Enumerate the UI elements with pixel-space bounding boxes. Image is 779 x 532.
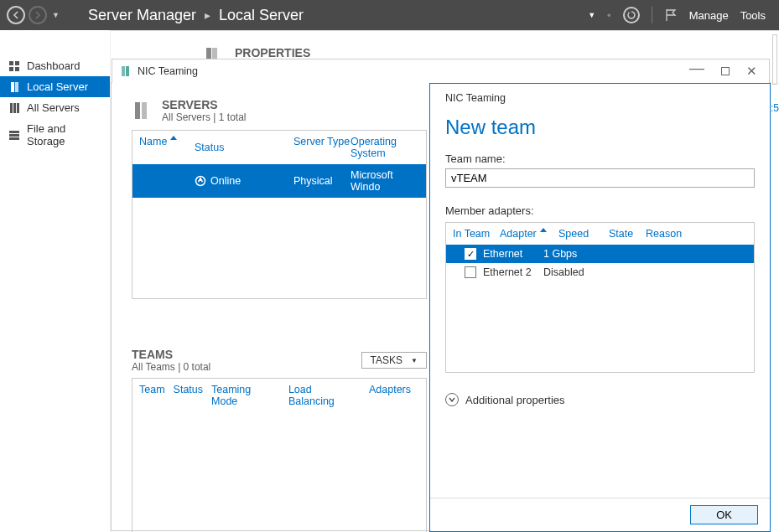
col-header-status[interactable]: Status: [195, 136, 293, 159]
crumb-app[interactable]: Server Manager: [88, 7, 196, 24]
close-button[interactable]: ✕: [746, 64, 757, 79]
child-window-title: NIC Teaming: [138, 65, 198, 77]
sidebar-item-label: Local Server: [27, 80, 88, 93]
child-window-titlebar[interactable]: NIC Teaming — ✕: [112, 59, 770, 83]
sidebar-item-file-storage[interactable]: File and Storage: [0, 118, 110, 152]
svg-rect-1: [15, 61, 19, 65]
dialog-title: New team: [430, 104, 770, 146]
storage-icon: [8, 129, 20, 141]
adapter-name-cell: Ethernet 2: [483, 266, 543, 278]
sidebar-item-dashboard[interactable]: Dashboard: [0, 55, 110, 76]
svg-rect-15: [126, 66, 129, 76]
svg-rect-10: [9, 134, 19, 137]
svg-rect-17: [142, 102, 147, 119]
server-icon: [8, 81, 20, 93]
servers-icon: [132, 101, 152, 121]
svg-rect-9: [9, 131, 19, 133]
servers-subtitle: All Servers | 1 total: [162, 111, 247, 123]
in-team-checkbox[interactable]: [465, 248, 476, 260]
nav-history-dropdown[interactable]: ▼: [52, 11, 60, 19]
servers-title: SERVERS: [162, 98, 247, 111]
col-header-status[interactable]: Status: [174, 384, 203, 407]
teams-grid: Team Status Teaming Mode Load Balancing …: [132, 378, 427, 532]
svg-rect-8: [17, 103, 19, 113]
ok-button[interactable]: OK: [690, 505, 758, 524]
dashboard-icon: [8, 60, 20, 72]
svg-rect-3: [15, 67, 19, 71]
refresh-button[interactable]: [623, 7, 640, 23]
svg-rect-5: [15, 82, 18, 92]
adapter-name-cell: Ethernet: [483, 248, 543, 260]
properties-title: PROPERTIES: [235, 46, 310, 59]
manage-menu[interactable]: Manage: [689, 9, 729, 22]
col-header-reason[interactable]: Reason: [646, 228, 747, 240]
svg-rect-0: [9, 61, 13, 65]
team-name-input[interactable]: [445, 168, 755, 188]
svg-rect-16: [135, 102, 140, 119]
server-status-cell: Online: [210, 175, 241, 187]
tasks-label: TASKS: [371, 354, 402, 366]
sidebar: Dashboard Local Server All Servers File …: [0, 30, 111, 532]
refresh-icon: [626, 10, 636, 20]
online-status-icon: [195, 175, 206, 187]
arrow-right-icon: [34, 11, 42, 19]
team-name-label: Team name:: [445, 152, 755, 165]
nav-forward-button[interactable]: [29, 6, 47, 24]
svg-rect-2: [9, 67, 13, 71]
breadcrumb: Server Manager ▸ Local Server: [88, 7, 304, 24]
tools-menu[interactable]: Tools: [740, 9, 766, 22]
col-header-server-type[interactable]: Server Type: [293, 136, 351, 159]
sidebar-item-all-servers[interactable]: All Servers: [0, 97, 110, 118]
teams-subtitle: All Teams | 0 total: [132, 361, 210, 373]
new-team-dialog: NIC Teaming New team Team name: Member a…: [429, 83, 771, 532]
sidebar-item-label: Dashboard: [27, 59, 80, 72]
crumb-page[interactable]: Local Server: [219, 7, 304, 24]
member-adapters-grid: In Team Adapter Speed State Reason Ether…: [445, 222, 755, 373]
maximize-button[interactable]: [721, 67, 730, 75]
titlebar: ▼ Server Manager ▸ Local Server ▼ • Mana…: [0, 0, 779, 30]
arrow-left-icon: [12, 11, 20, 19]
svg-rect-11: [9, 137, 19, 140]
col-header-teaming-mode[interactable]: Teaming Mode: [211, 384, 280, 407]
adapter-row[interactable]: Ethernet 1 Gbps: [446, 245, 754, 263]
col-header-adapter[interactable]: Adapter: [500, 228, 558, 240]
col-header-load-balancing[interactable]: Load Balancing: [288, 384, 361, 407]
servers-icon: [8, 102, 20, 114]
sidebar-item-local-server[interactable]: Local Server: [0, 76, 110, 97]
adapter-row[interactable]: Ethernet 2 Disabled: [446, 263, 754, 281]
nic-teaming-icon: [119, 65, 132, 78]
col-header-name[interactable]: Name: [139, 136, 195, 159]
svg-rect-6: [10, 103, 13, 113]
in-team-checkbox[interactable]: [465, 266, 476, 278]
chevron-down-icon: [445, 393, 459, 406]
col-header-speed[interactable]: Speed: [558, 228, 609, 240]
member-adapters-label: Member adapters:: [445, 204, 755, 217]
top-dropdown[interactable]: ▼: [588, 11, 595, 19]
svg-rect-4: [11, 82, 14, 92]
nav-back-button[interactable]: [7, 6, 25, 24]
sidebar-item-label: File and Storage: [27, 122, 101, 147]
adapter-info-cell: Disabled: [543, 266, 594, 278]
scrollbar[interactable]: [772, 34, 777, 85]
col-header-team[interactable]: Team: [139, 384, 165, 407]
svg-rect-14: [122, 66, 125, 76]
chevron-right-icon: ▸: [205, 8, 210, 22]
col-header-adapters[interactable]: Adapters: [369, 384, 411, 407]
teams-title: TEAMS: [132, 348, 210, 361]
dialog-caption: NIC Teaming: [430, 84, 770, 104]
server-row[interactable]: Online Physical Microsoft Windo: [132, 164, 426, 198]
tasks-dropdown[interactable]: TASKS ▼: [361, 352, 427, 369]
notifications-flag-icon[interactable]: [664, 8, 678, 22]
additional-properties-label: Additional properties: [465, 394, 565, 406]
additional-properties-toggle[interactable]: Additional properties: [445, 393, 755, 406]
servers-grid: Name Status Server Type Operating System…: [132, 130, 427, 299]
col-header-state[interactable]: State: [609, 228, 646, 240]
sidebar-item-label: All Servers: [27, 101, 80, 114]
col-header-os[interactable]: Operating System: [351, 136, 419, 159]
minimize-button[interactable]: —: [689, 65, 704, 70]
server-os-cell: Microsoft Windo: [351, 169, 419, 193]
col-header-in-team[interactable]: In Team: [453, 228, 500, 240]
nic-teaming-window: NIC Teaming — ✕ SERVERS All Servers | 1 …: [111, 82, 771, 531]
svg-rect-7: [13, 103, 16, 113]
adapter-info-cell: 1 Gbps: [543, 248, 594, 260]
